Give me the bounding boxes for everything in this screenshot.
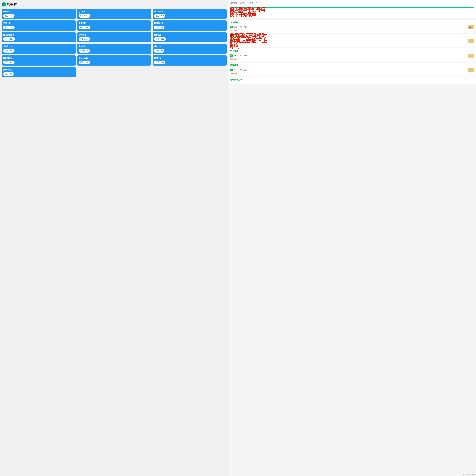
project-card-moveclou[interactable]: 移动云eclo 积分：130 <box>77 55 151 66</box>
project-card-score: 积分：50 <box>156 26 163 28</box>
project-card-tuantunan[interactable]: 陌陌拉新 积分：480 <box>2 20 76 31</box>
task-label: 验证码 <box>234 26 238 28</box>
task-row: 2 验证码 上传 <box>230 53 474 57</box>
project-card-score-box: 积分：70 <box>154 49 164 52</box>
status-value: 正常 <box>240 2 244 4</box>
task-item-jingdong: 京东拉新 2 验证码 上传 请先做单 <box>228 20 476 33</box>
project-card-score: 积分：600 <box>156 61 164 63</box>
project-card-title: 虎牙拉新 <box>79 45 150 48</box>
app-logo-icon <box>2 2 6 6</box>
task-label: 验证码 <box>234 54 238 57</box>
task-status: 请先做单 <box>230 58 474 60</box>
left-panel-title: 项目列表 <box>7 3 17 6</box>
project-card-score: 积分：300 <box>5 15 13 17</box>
task-badge: 2 <box>230 26 233 28</box>
project-card-score: 积分：110 <box>5 50 13 51</box>
phone-input-hint: 提示：输入做单手机号码,经查验一号 <box>230 13 474 16</box>
task-status: 请先做单 <box>230 30 474 32</box>
task-verify-input[interactable] <box>239 40 467 43</box>
task-badge: 2 <box>230 40 233 42</box>
project-card-score-box: 积分：100 <box>79 26 90 29</box>
project-card-baoyouxi[interactable]: 宝（游戏授权 积分：12... <box>2 32 76 42</box>
project-card-mcdonald[interactable]: 麦当劳拉新 积分：70 <box>2 67 76 77</box>
project-card-score-box: 积分：450 <box>154 14 165 18</box>
project-card-xiaohongshu[interactable]: 小红书拉新 积分：450 <box>153 9 227 19</box>
task-row: 2 验证码 上传 <box>230 68 474 72</box>
task-status: 请先做单 <box>230 72 474 75</box>
project-card-title: 平安拉新 <box>79 22 150 25</box>
project-card-score-box: 积分：480 <box>3 26 15 29</box>
task-title: 抖音拉新 <box>230 50 474 52</box>
location-item: 归属地： 归... <box>248 2 259 4</box>
task-row: 2 验证码 上传 <box>230 39 474 43</box>
task-badge: 2 <box>230 54 233 57</box>
task-title: 电信商城拉新 <box>230 78 474 81</box>
project-card-title: 移动云eclo <box>79 57 150 59</box>
project-card-score: 积分：11... <box>80 15 89 17</box>
project-card-score-box: 积分：70 <box>3 72 14 76</box>
project-card-aiqiyi[interactable]: 爱奇艺拉新 积分：110 <box>2 44 76 54</box>
project-card-title: 瑞幸咖啡 <box>79 34 150 36</box>
project-card-score: 积分：450 <box>156 15 164 17</box>
task-label: 验证码 <box>234 40 238 42</box>
project-card-title: 小红书拉新 <box>154 10 225 13</box>
project-card-title: 爱奇艺拉新 <box>3 45 74 48</box>
project-card-score-box: 积分：25... <box>154 37 166 41</box>
project-card-jingdong[interactable]: 京东拉新 积分：600 <box>153 55 227 66</box>
project-card-score: 积分：70 <box>5 73 12 75</box>
project-card-score: 积分：130 <box>80 61 88 63</box>
task-badge: 2 <box>230 69 233 71</box>
project-card-douyin[interactable]: 抖音拉新 积分：25... <box>153 32 227 42</box>
project-card-score: 积分：480 <box>5 26 13 28</box>
project-card-ruixingcafe[interactable]: 瑞幸咖啡 积分：150 <box>77 32 151 42</box>
project-card-score-box: 积分：300 <box>3 14 15 18</box>
task-item-guowang: 国网拉新 2 验证码 上传 请先做单 <box>228 63 476 76</box>
project-card-ctrip[interactable]: 携程拉新 积分：300 <box>2 9 76 19</box>
project-card-score-box: 积分：150 <box>79 37 90 41</box>
project-card-kfc[interactable]: 肯德基拉新 积分：50 <box>153 20 227 31</box>
phone-input[interactable] <box>230 7 474 12</box>
project-card-title: 陌陌拉新 <box>3 22 74 25</box>
task-status: 请先做单 <box>230 44 474 46</box>
project-card-score: 积分：25... <box>156 38 164 40</box>
left-header: 项目列表 <box>2 2 227 6</box>
right-header: 通讯状态： 正常 归属地： 归... <box>228 0 476 6</box>
project-card-score-box: 积分：120 <box>3 61 15 64</box>
project-card-score: 积分：100 <box>80 26 88 28</box>
task-upload-button[interactable]: 上传 <box>468 68 474 72</box>
phone-input-row <box>230 7 474 12</box>
task-item-douyin2: 抖音拉新 2 验证码 上传 请先做单 <box>228 48 476 62</box>
task-verify-input[interactable] <box>239 54 467 57</box>
project-card-title: QQ拉新 <box>79 10 150 13</box>
task-verify-input[interactable] <box>239 68 467 71</box>
task-title: 京东拉新 <box>230 21 474 24</box>
project-card-title: 麦当劳拉新 <box>3 68 74 71</box>
project-card-huya[interactable]: 虎牙拉新 积分：130 <box>77 44 151 54</box>
project-card-score: 积分：120 <box>5 61 13 63</box>
project-card-score: 积分：130 <box>80 50 88 51</box>
project-card-qq[interactable]: QQ拉新 积分：11... <box>77 9 151 19</box>
project-card-title: 抖音拉新 <box>154 34 225 36</box>
phone-input-area: 提示：输入做单手机号码,经查验一号 输入做单手机号码 按下开始做单 <box>228 6 476 18</box>
task-label: 验证码 <box>234 69 238 71</box>
task-upload-button[interactable]: 上传 <box>468 53 474 57</box>
project-card-tong[interactable]: 通）拉新 积分：70 <box>153 44 227 54</box>
project-card-score: 积分：12... <box>5 38 13 40</box>
task-item-dianxin: 电信商城拉新 <box>228 77 476 84</box>
project-card-score-box: 积分：12... <box>3 37 15 41</box>
project-card-title: 肯德基拉新 <box>154 22 225 25</box>
project-card-pingan[interactable]: 平安拉新 积分：100 <box>77 20 151 31</box>
right-panel: 通讯状态： 正常 归属地： 归... 提示：输入做单手机号码,经查验一号 输入做… <box>228 0 476 476</box>
task-upload-button[interactable]: 上传 <box>468 39 474 43</box>
project-card-58city[interactable]: 58同城拉新 积分：120 <box>2 55 76 66</box>
project-grid: 携程拉新 积分：300 QQ拉新 积分：11... 小红书拉新 积分：450 陌… <box>2 9 227 77</box>
project-card-title: 携程拉新 <box>3 10 74 13</box>
project-card-title: 宝（游戏授权 <box>3 34 74 36</box>
project-card-score: 积分：70 <box>156 50 163 51</box>
status-label: 通讯状态： <box>230 2 240 4</box>
project-card-score-box: 积分：130 <box>79 61 90 64</box>
task-upload-button[interactable]: 上传 <box>468 25 474 29</box>
task-row: 2 验证码 上传 <box>230 25 474 29</box>
project-card-title: 京东拉新 <box>154 57 225 59</box>
task-verify-input[interactable] <box>239 26 467 29</box>
